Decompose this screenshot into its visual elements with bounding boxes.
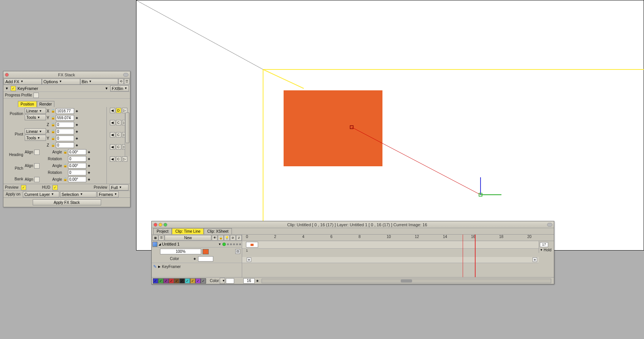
z-icon[interactable]: Z [236, 235, 242, 241]
spinner-icon[interactable]: ◆ [75, 143, 79, 147]
close-icon[interactable] [154, 223, 157, 227]
current-frame-input[interactable] [243, 278, 255, 284]
lock-icon[interactable]: 🔒 [63, 150, 67, 155]
color-swatch[interactable]: ✓ [179, 278, 185, 284]
add-fx-dropdown[interactable]: Add FX▼ [4, 79, 42, 85]
hold-menu-icon[interactable]: ▼ [540, 248, 543, 252]
d-button[interactable]: D [116, 108, 121, 113]
pitch-align-checkbox[interactable] [34, 163, 40, 169]
color-swatch[interactable]: ✓ [169, 278, 174, 284]
tab-project[interactable]: Project [153, 228, 172, 234]
visibility-icon[interactable]: 👁 [212, 235, 217, 241]
preview-mode-dropdown[interactable]: Full▼ [109, 184, 128, 191]
c-button[interactable]: C [116, 132, 121, 137]
lock-icon[interactable]: 🔒 [51, 116, 55, 120]
lock-icon[interactable]: 🔒 [218, 235, 224, 241]
c-button[interactable]: C [116, 144, 121, 150]
apply-layer-dropdown[interactable]: Current Layer▼ [23, 191, 59, 197]
current-color-well[interactable] [226, 278, 234, 284]
position-interp-dropdown[interactable]: Linear▼ [25, 108, 46, 114]
bulb-icon[interactable]: 💡 [224, 235, 230, 241]
tab-timeline[interactable]: Clip: Time Line [172, 228, 204, 234]
prev-key-button[interactable]: ◀ [110, 132, 115, 137]
options-dropdown[interactable]: Options▼ [42, 79, 80, 85]
position-y-input[interactable] [56, 115, 74, 121]
spinner-icon[interactable]: ◆ [75, 116, 79, 120]
pivot-y-input[interactable] [56, 136, 74, 141]
timeline-tracks[interactable]: 02468101214161820 1 + + ▼Hold [242, 235, 554, 277]
playhead-current[interactable] [475, 235, 476, 277]
fx-tool-button-1[interactable]: ⟲ [118, 79, 124, 84]
spinner-icon[interactable]: ◆ [87, 164, 91, 167]
apply-selection-dropdown[interactable]: Selection▼ [60, 191, 97, 197]
position-z-input[interactable] [56, 122, 74, 128]
minimize-icon[interactable] [159, 223, 162, 227]
timeline-ruler[interactable]: 02468101214161820 [242, 235, 554, 241]
playhead-start[interactable] [463, 235, 463, 277]
zoom-icon[interactable] [163, 223, 167, 227]
disclosure-icon[interactable]: ▼ [5, 87, 9, 90]
layer-row[interactable]: ◢ Untitled 1 ▼ [152, 241, 242, 248]
lock-icon[interactable]: 🔒 [63, 164, 67, 168]
apply-frames-dropdown[interactable]: Frames▼ [97, 191, 119, 197]
timeline-titlebar[interactable]: Clip: Untitled [ 0 , 16 (17) ] Layer: Un… [152, 221, 554, 228]
frame-thumbnail[interactable] [246, 242, 258, 248]
color-swatch[interactable]: ✓ [190, 278, 195, 284]
color-well[interactable] [198, 256, 213, 262]
timeline-hscrollbar[interactable] [262, 279, 551, 283]
disclosure-icon[interactable]: ▶ [158, 265, 160, 268]
position-x-input[interactable] [56, 108, 74, 114]
spinner-icon[interactable]: ◆ [75, 137, 79, 140]
layer-menu-icon[interactable]: ▼ [218, 243, 221, 246]
close-icon[interactable] [5, 73, 9, 77]
fx-scrollbar[interactable] [125, 112, 130, 156]
pivot-z-input[interactable] [56, 142, 74, 148]
heading-angle-input[interactable] [68, 149, 86, 155]
c-button[interactable]: C [116, 156, 121, 162]
layer-tool-1[interactable]: ▦ [152, 235, 158, 241]
color-swatch-icon[interactable] [203, 249, 209, 254]
prev-key-button[interactable]: ◀ [110, 120, 115, 125]
resize-grip-icon[interactable] [123, 73, 128, 77]
color-swatch[interactable]: ✓ [174, 278, 179, 284]
settings-icon[interactable]: ⊡ [235, 249, 240, 254]
canvas-viewport[interactable] [136, 0, 644, 251]
lock-icon[interactable]: 🔒 [63, 177, 67, 182]
color-swatch[interactable]: ✓ [158, 278, 163, 284]
next-key-button[interactable]: ▷ [122, 156, 127, 162]
prev-key-button[interactable]: ◀ [110, 156, 115, 162]
spinner-icon[interactable]: ◆ [255, 279, 259, 282]
fx-titlebar[interactable]: FX Stack [3, 71, 130, 78]
color-swatch[interactable]: ✓ [201, 278, 206, 284]
tab-render[interactable]: Render [37, 101, 55, 107]
progress-profile-checkbox[interactable] [33, 93, 39, 98]
heading-rotation-input[interactable] [68, 156, 86, 162]
link-icon[interactable]: ⊘ [230, 235, 236, 241]
layer-tool-2[interactable]: ☰ [159, 235, 164, 241]
prev-key-button[interactable]: ◀ [110, 108, 115, 113]
end-frame-input[interactable] [540, 242, 548, 247]
pitch-angle-input[interactable] [68, 163, 86, 169]
color-swatch[interactable]: ✓ [195, 278, 201, 284]
add-key-icon[interactable]: + [247, 257, 251, 262]
resize-grip-icon[interactable] [547, 223, 552, 227]
keyframer-enable-checkbox[interactable]: ✓ [11, 86, 16, 91]
prev-key-button[interactable]: ◀ [110, 144, 115, 150]
disclosure-icon[interactable]: ◢ [159, 243, 161, 246]
apply-fx-stack-button[interactable]: Apply FX Stack [33, 199, 101, 205]
color-swatch[interactable]: ✓ [163, 278, 169, 284]
tab-xsheet[interactable]: Clip: XSheet [204, 228, 232, 234]
color-swatch[interactable]: ✓ [185, 278, 190, 284]
pivot-tools-dropdown[interactable]: Tools▼ [25, 135, 46, 141]
lock-icon[interactable]: 🔒 [51, 136, 55, 141]
spinner-icon[interactable]: ◆ [87, 157, 91, 161]
bin-dropdown[interactable]: Bin▼ [80, 79, 118, 85]
spinner-icon[interactable]: ◆ [75, 109, 79, 113]
spinner-icon[interactable]: ◆ [87, 178, 91, 181]
pivot-interp-dropdown[interactable]: Linear▼ [25, 128, 46, 134]
c-button[interactable]: C [116, 120, 121, 125]
bank-angle-input[interactable] [68, 177, 86, 182]
fx-track[interactable]: + + [242, 257, 539, 263]
lock-icon[interactable]: 🔒 [51, 123, 55, 127]
fxbin-dropdown[interactable]: FXBin▼ [110, 85, 129, 91]
